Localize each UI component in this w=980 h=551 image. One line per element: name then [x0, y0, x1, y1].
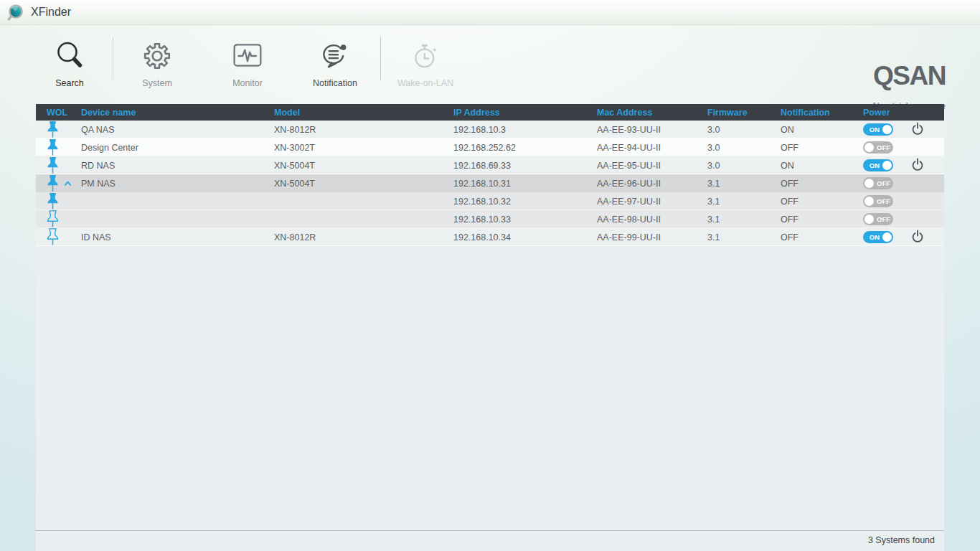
toggle-label: OFF [877, 179, 890, 187]
toolbar-label: Wake-on-LAN [386, 78, 465, 88]
search-icon [30, 37, 109, 75]
device-table-panel: WOL Device name Model IP Address Mac Add… [36, 104, 944, 551]
model-cell: XN-8012R [274, 232, 453, 242]
firmware-cell: 3.0 [707, 125, 781, 135]
gear-icon [118, 37, 197, 75]
notification-cell: OFF [781, 143, 863, 153]
device-name-cell: QA NAS [81, 125, 274, 135]
pushpin-icon[interactable] [47, 156, 58, 174]
toolbar-label: Notification [296, 78, 374, 88]
col-header-model[interactable]: Model [274, 108, 453, 118]
table-row[interactable]: RD NAS XN-5004T 192.168.69.33 AA-EE-95-U… [36, 156, 944, 174]
stopwatch-icon [386, 37, 465, 75]
device-name-cell: RD NAS [81, 161, 274, 171]
title-bar: XFinder [0, 0, 980, 25]
toggle-knob [882, 161, 892, 170]
ip-address-cell: 192.168.10.3 [453, 125, 597, 135]
toolbar-item-monitor[interactable]: Monitor [208, 37, 287, 88]
toolbar-label: Search [30, 78, 109, 88]
pushpin-icon[interactable] [47, 192, 58, 210]
mac-address-cell: AA-EE-97-UU-II [597, 197, 707, 207]
mac-address-cell: AA-EE-99-UU-II [597, 232, 707, 242]
toolbar-item-notification[interactable]: Notification [296, 37, 374, 88]
power-icon[interactable] [911, 122, 924, 136]
model-cell: XN-5004T [274, 179, 453, 189]
col-header-ip-address[interactable]: IP Address [453, 108, 597, 118]
col-header-wol[interactable]: WOL [36, 108, 81, 118]
power-icon[interactable] [911, 158, 924, 171]
table-body: QA NAS XN-8012R 192.168.10.3 AA-EE-93-UU… [36, 121, 944, 246]
toolbar: Search System Monitor [0, 25, 980, 104]
notification-bubble-icon [296, 37, 374, 75]
toggle-knob [864, 215, 874, 224]
toggle-label: ON [870, 233, 880, 241]
toggle-label: OFF [877, 143, 890, 151]
firmware-cell: 3.1 [707, 197, 781, 207]
toggle-label: OFF [877, 197, 890, 205]
chevron-up-icon[interactable] [64, 181, 72, 187]
table-row[interactable]: QA NAS XN-8012R 192.168.10.3 AA-EE-93-UU… [36, 121, 944, 138]
device-name-cell: Design Center [81, 143, 274, 153]
footer-divider [36, 530, 944, 531]
toolbar-label: System [118, 78, 197, 88]
col-header-firmware[interactable]: Firmware [707, 108, 781, 118]
mac-address-cell: AA-EE-96-UU-II [597, 179, 707, 189]
pushpin-icon[interactable] [47, 121, 58, 138]
toggle-knob [864, 179, 874, 188]
toolbar-label: Monitor [208, 78, 287, 88]
model-cell: XN-3002T [274, 143, 453, 153]
toolbar-item-wake-on-lan: Wake-on-LAN [386, 37, 465, 88]
table-row[interactable]: PM NAS XN-5004T 192.168.10.31 AA-EE-96-U… [36, 174, 944, 192]
firmware-cell: 3.1 [707, 179, 781, 189]
toggle-knob [864, 197, 874, 206]
col-header-mac-address[interactable]: Mac Address [597, 108, 707, 118]
model-cell: XN-5004T [274, 161, 453, 171]
table-row[interactable]: ID NAS XN-8012R 192.168.10.34 AA-EE-99-U… [36, 228, 944, 246]
qsan-brand-logo: QSAN [873, 61, 946, 91]
app-title: XFinder [31, 6, 71, 19]
ip-address-cell: 192.168.252.62 [453, 143, 597, 153]
power-toggle[interactable]: ON [863, 123, 893, 136]
ip-address-cell: 192.168.69.33 [453, 161, 597, 171]
power-toggle[interactable]: OFF [863, 213, 893, 225]
col-header-notification[interactable]: Notification [781, 108, 863, 118]
toggle-label: ON [870, 161, 880, 169]
model-cell: XN-8012R [274, 125, 453, 135]
pushpin-icon[interactable] [47, 210, 58, 228]
pushpin-icon[interactable] [47, 174, 58, 192]
notification-cell: OFF [781, 232, 863, 242]
power-toggle[interactable]: OFF [863, 177, 893, 189]
firmware-cell: 3.0 [707, 161, 781, 171]
toggle-knob [864, 143, 874, 152]
ip-address-cell: 192.168.10.34 [453, 232, 597, 242]
toolbar-item-search[interactable]: Search [30, 37, 109, 88]
col-header-power[interactable]: Power [863, 108, 905, 118]
toolbar-item-system[interactable]: System [118, 37, 197, 88]
pushpin-icon[interactable] [47, 138, 58, 156]
firmware-cell: 3.1 [707, 215, 781, 225]
notification-cell: ON [781, 161, 863, 171]
power-toggle[interactable]: ON [863, 159, 893, 171]
notification-cell: OFF [781, 215, 863, 225]
firmware-cell: 3.0 [707, 143, 781, 153]
table-row[interactable]: 192.168.10.32 AA-EE-97-UU-II 3.1 OFF OFF [36, 192, 944, 210]
toggle-label: OFF [877, 215, 890, 223]
col-header-device-name[interactable]: Device name [81, 108, 274, 118]
mac-address-cell: AA-EE-98-UU-II [597, 215, 707, 225]
pushpin-icon[interactable] [47, 228, 58, 246]
mac-address-cell: AA-EE-95-UU-II [597, 161, 707, 171]
notification-cell: OFF [781, 179, 863, 189]
table-row[interactable]: Design Center XN-3002T 192.168.252.62 AA… [36, 138, 944, 156]
systems-found-status: 3 Systems found [868, 535, 935, 545]
activity-monitor-icon [208, 37, 287, 75]
device-name-cell: ID NAS [81, 232, 274, 242]
mac-address-cell: AA-EE-94-UU-II [597, 143, 707, 153]
notification-cell: ON [781, 125, 863, 135]
power-toggle[interactable]: ON [863, 231, 893, 243]
power-toggle[interactable]: OFF [863, 195, 893, 207]
firmware-cell: 3.1 [707, 232, 781, 242]
power-icon[interactable] [911, 230, 924, 243]
table-row[interactable]: 192.168.10.33 AA-EE-98-UU-II 3.1 OFF OFF [36, 210, 944, 228]
power-toggle[interactable]: OFF [863, 141, 893, 154]
table-header: WOL Device name Model IP Address Mac Add… [36, 104, 944, 121]
